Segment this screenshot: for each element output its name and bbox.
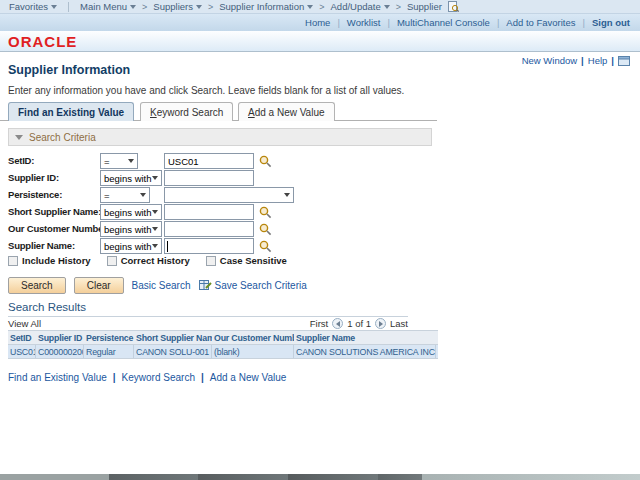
breadcrumb-supplier-information[interactable]: Supplier Information xyxy=(216,1,316,12)
basic-search-link[interactable]: Basic Search xyxy=(132,280,191,291)
breadcrumb-separator: > xyxy=(142,2,147,12)
cell-setid[interactable]: USC01 xyxy=(8,345,36,358)
checkbox-icon xyxy=(107,256,117,266)
tab-find-an-existing-value[interactable]: Find an Existing Value xyxy=(8,102,134,121)
nav-home-link[interactable]: Home xyxy=(305,17,330,28)
cell-supplier-id[interactable]: C000000200 xyxy=(36,345,84,358)
breadcrumb-main-menu[interactable]: Main Menu xyxy=(77,1,139,12)
breadcrumb-supplier[interactable]: Supplier xyxy=(404,1,445,12)
column-header-supplier-name: Supplier Name xyxy=(294,331,436,344)
breadcrumb-suppliers[interactable]: Suppliers xyxy=(150,1,205,12)
cell-short-supplier-name[interactable]: CANON SOLU-001 xyxy=(134,345,212,358)
tab-label: Keyword Search xyxy=(150,107,223,118)
next-page-button[interactable] xyxy=(375,318,386,329)
column-header-supplier-id: Supplier ID xyxy=(36,331,84,344)
pagination-first-label[interactable]: First xyxy=(310,318,328,329)
supplier-id-input[interactable] xyxy=(164,170,254,186)
tab-add-a-new-value[interactable]: Add a New Value xyxy=(238,102,335,121)
personalize-page-icon[interactable] xyxy=(618,56,630,66)
footer-links: Find an Existing Value | Keyword Search … xyxy=(8,372,286,383)
previous-page-button[interactable] xyxy=(332,318,343,329)
search-results-grid: SetID Supplier ID Persistence Short Supp… xyxy=(8,330,438,359)
tab-label: Add a New Value xyxy=(248,107,325,118)
nav-worklist-link[interactable]: Worklist xyxy=(347,17,381,28)
cell-our-customer-number[interactable]: (blank) xyxy=(212,345,294,358)
our-customer-number-input[interactable] xyxy=(164,221,254,237)
collapse-triangle-icon xyxy=(15,135,23,140)
correct-history-checkbox[interactable]: Correct History xyxy=(107,255,190,266)
view-all-link[interactable]: View All xyxy=(8,318,41,329)
chevron-down-icon xyxy=(384,5,390,9)
utility-separator: | xyxy=(611,55,614,66)
cell-persistence[interactable]: Regular xyxy=(84,345,134,358)
operator-value: = xyxy=(104,190,110,201)
include-history-label: Include History xyxy=(22,255,91,266)
our-customer-number-lookup-icon[interactable] xyxy=(259,223,272,236)
footer-keyword-search-link[interactable]: Keyword Search xyxy=(122,372,195,383)
field-row-persistence: Persistence: = xyxy=(8,187,428,203)
nav-add-to-favorites-link[interactable]: Add to Favorites xyxy=(506,17,575,28)
chevron-down-icon xyxy=(140,193,146,197)
include-history-checkbox[interactable]: Include History xyxy=(8,255,91,266)
breadcrumb-separator: > xyxy=(396,2,401,12)
breadcrumb-search-page-icon[interactable] xyxy=(448,1,459,12)
supplier-name-operator-select[interactable]: begins with xyxy=(100,238,162,254)
footer-find-an-existing-value-link[interactable]: Find an Existing Value xyxy=(8,372,107,383)
chevron-down-icon xyxy=(51,5,57,9)
pagination-last-label[interactable]: Last xyxy=(390,318,408,329)
sign-out-link[interactable]: Sign out xyxy=(592,17,630,28)
setid-operator-select[interactable]: = xyxy=(100,153,138,169)
nav-multichannel-console-link[interactable]: MultiChannel Console xyxy=(397,17,490,28)
new-window-link[interactable]: New Window xyxy=(522,55,577,66)
setid-lookup-icon[interactable] xyxy=(259,155,272,168)
footer-add-a-new-value-link[interactable]: Add a New Value xyxy=(210,372,287,383)
supplier-name-input[interactable] xyxy=(164,238,254,254)
nav-separator: | xyxy=(583,17,585,28)
case-sensitive-checkbox[interactable]: Case Sensitive xyxy=(206,255,287,266)
utility-separator: | xyxy=(581,55,584,66)
breadcrumb-label: Main Menu xyxy=(80,1,127,12)
setid-input[interactable]: USC01 xyxy=(164,153,254,169)
arrow-right-icon xyxy=(379,321,383,327)
grid-header-row: SetID Supplier ID Persistence Short Supp… xyxy=(8,330,438,345)
supplier-name-label: Supplier Name: xyxy=(8,240,75,251)
correct-history-label: Correct History xyxy=(121,255,190,266)
our-customer-number-operator-select[interactable]: begins with xyxy=(100,221,162,237)
breadcrumb-favorites[interactable]: Favorites xyxy=(6,1,60,12)
chevron-down-icon xyxy=(152,227,158,231)
column-header-our-customer-number: Our Customer Number xyxy=(212,331,294,344)
short-supplier-name-operator-select[interactable]: begins with xyxy=(100,204,162,220)
short-supplier-name-label: Short Supplier Name: xyxy=(8,206,101,217)
short-supplier-name-input[interactable] xyxy=(164,204,254,220)
breadcrumb-add-update[interactable]: Add/Update xyxy=(328,1,393,12)
main-content: New Window | Help | Supplier Information… xyxy=(0,52,640,474)
setid-value: USC01 xyxy=(168,156,199,167)
help-link[interactable]: Help xyxy=(588,55,608,66)
tab-keyword-search[interactable]: Keyword Search xyxy=(140,102,233,121)
supplier-name-lookup-icon[interactable] xyxy=(259,240,272,253)
setid-label: SetID: xyxy=(8,155,34,166)
footer-separator: | xyxy=(113,372,116,383)
chevron-down-icon xyxy=(152,210,158,214)
breadcrumb-separator: > xyxy=(208,2,213,12)
field-row-supplier-name: Supplier Name: begins with xyxy=(8,238,428,254)
chevron-down-icon xyxy=(284,193,290,197)
grid-pagination: First 1 of 1 Last xyxy=(310,318,408,329)
cell-supplier-name[interactable]: CANON SOLUTIONS AMERICA INC xyxy=(294,345,436,358)
supplier-id-label: Supplier ID: xyxy=(8,172,59,183)
search-button[interactable]: Search xyxy=(8,277,66,294)
persistence-operator-select[interactable]: = xyxy=(100,187,150,203)
search-results-title: Search Results xyxy=(8,301,86,313)
persistence-value-select[interactable] xyxy=(164,187,294,203)
oracle-logo: ORACLE xyxy=(8,33,77,50)
operator-value: begins with xyxy=(104,224,152,235)
chevron-down-icon xyxy=(130,5,136,9)
short-supplier-name-lookup-icon[interactable] xyxy=(259,206,272,219)
table-row[interactable]: USC01 C000000200 Regular CANON SOLU-001 … xyxy=(8,345,438,359)
save-search-criteria-link[interactable]: Save Search Criteria xyxy=(199,279,307,291)
tab-label: Find an Existing Value xyxy=(18,107,124,118)
supplier-id-operator-select[interactable]: begins with xyxy=(100,170,162,186)
clear-button[interactable]: Clear xyxy=(74,277,124,294)
search-criteria-header[interactable]: Search Criteria xyxy=(8,128,432,146)
nav-separator: | xyxy=(337,17,339,28)
